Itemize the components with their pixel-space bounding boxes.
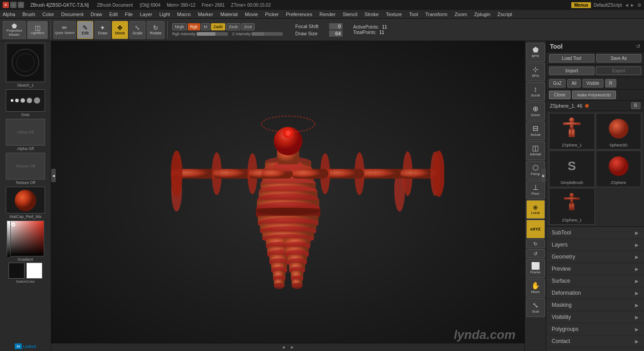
thumb-sphere3d[interactable]: Sphere3D [596, 113, 642, 150]
local-button[interactable]: ⊕ Local [526, 200, 545, 219]
minimize-button[interactable]: − [10, 2, 17, 8]
projection-master-button[interactable]: ⬟ Projection Master [3, 21, 26, 39]
zadd-button[interactable]: Zadd [211, 23, 226, 30]
oxyz-button[interactable]: oXYZ [526, 220, 545, 238]
rotate-ccw-button[interactable]: ↺ [526, 249, 545, 258]
menu-stencil[interactable]: Stencil [342, 12, 358, 17]
hue-strip-left[interactable] [7, 221, 11, 257]
panel-item-visibility[interactable]: Visibility ▶ [546, 311, 644, 323]
panel-item-preview[interactable]: Preview ▶ [546, 263, 644, 275]
canvas-area[interactable]: lynda.com ◄ ► [51, 41, 524, 351]
menu-light[interactable]: Light [158, 12, 171, 17]
menu-layer[interactable]: Layer [139, 12, 153, 17]
scroll-right-arrow[interactable]: ► [290, 345, 295, 350]
panel-item-deformation[interactable]: Deformation ▶ [546, 287, 644, 299]
panel-item-polygroups[interactable]: Polygroups ▶ [546, 323, 644, 335]
menu-texture[interactable]: Texture [385, 12, 403, 17]
quick-sketch-button[interactable]: ✏ Quick Sketch [54, 21, 76, 39]
spix-button[interactable]: ⊹ SPix [526, 63, 545, 81]
panel-item-contact[interactable]: Contact ▶ [546, 335, 644, 347]
panel-item-masking[interactable]: Masking ▶ [546, 299, 644, 311]
menu-zoom[interactable]: Zoom [454, 12, 468, 17]
focal-shift-value[interactable]: 0 [329, 23, 343, 29]
scroll-button[interactable]: ↕ Scroll [526, 82, 545, 101]
thumb-zsphere1[interactable]: ZSphere_1 [549, 113, 595, 150]
actual-button[interactable]: ⊟ Actual [526, 121, 545, 140]
visible-button[interactable]: Visible [582, 79, 603, 88]
black-swatch[interactable] [8, 263, 25, 279]
menu-picker[interactable]: Picker [264, 12, 280, 17]
panel-item-geometry[interactable]: Geometry ▶ [546, 251, 644, 263]
goz-button[interactable]: GoZ [549, 79, 566, 88]
menu-marker[interactable]: Marker [197, 12, 214, 17]
color-gradient[interactable] [7, 221, 44, 256]
right-collapse-arrow[interactable]: ► [541, 169, 546, 182]
dots-preview[interactable] [6, 89, 45, 112]
menu-material[interactable]: Material [219, 12, 239, 17]
menu-document[interactable]: Document [60, 12, 84, 17]
thumb-zsphere[interactable]: ZSphere [596, 150, 642, 187]
white-swatch[interactable] [26, 263, 42, 279]
close-button[interactable]: ✕ [3, 2, 9, 8]
scale-button[interactable]: ⤡ Scale [129, 21, 145, 39]
edit-button[interactable]: ✎ Edit [77, 21, 93, 39]
thumb-zsphere1b[interactable]: ZSphere_1 [549, 188, 595, 225]
frame-button[interactable]: ⬜ Frame [526, 259, 545, 278]
draw-button[interactable]: ✦ Draw [95, 21, 111, 39]
menu-preferences[interactable]: Preferences [285, 12, 313, 17]
menu-file[interactable]: File [124, 12, 134, 17]
panel-item-layers[interactable]: Layers ▶ [546, 239, 644, 251]
move-button[interactable]: ✥ Move [112, 21, 128, 39]
make-polymesh-button[interactable]: Make PolyMesh3D [572, 91, 616, 99]
menu-zscript[interactable]: Zscript [496, 12, 513, 17]
zcut-button[interactable]: Zcut [241, 23, 255, 30]
menu-zplugin[interactable]: Zplugin [473, 12, 491, 17]
menu-alpha[interactable]: Alpha [2, 12, 16, 17]
menu-draw[interactable]: Draw [90, 12, 103, 17]
clone-button[interactable]: Clone [549, 91, 570, 99]
panel-item-morph-target[interactable]: Morph Target ▶ [546, 347, 644, 351]
mrgb-button[interactable]: Mrgb [172, 23, 187, 30]
all-button[interactable]: All [567, 79, 580, 88]
menu-tool[interactable]: Tool [408, 12, 419, 17]
z-intensity-slider[interactable] [252, 32, 283, 36]
menu-render[interactable]: Render [318, 12, 336, 17]
brush-preview[interactable] [6, 43, 45, 82]
menu-transform[interactable]: Transform [424, 12, 448, 17]
rotate-button[interactable]: ↻ Rotate [147, 21, 165, 39]
floor-button[interactable]: ⊥ Floor [526, 180, 545, 199]
m-button[interactable]: M [201, 23, 210, 30]
nav-arrows[interactable]: ◄ ► [624, 3, 635, 8]
maximize-button[interactable]: □ [18, 2, 24, 8]
menu-stroke[interactable]: Stroke [363, 12, 380, 17]
move-view-button[interactable]: ✋ Move [526, 279, 545, 297]
thumb-simplebrush[interactable]: S SimpleBrush [549, 150, 595, 187]
menu-brush[interactable]: Brush [21, 12, 36, 17]
aahalf-button[interactable]: ◫ AAHalf [526, 141, 545, 160]
scale-view-button[interactable]: ⤡ Scal [526, 298, 545, 317]
zsphere-r-button[interactable]: R [631, 102, 640, 109]
export-button[interactable]: Export [596, 67, 641, 75]
linkedin-badge[interactable]: in [15, 343, 21, 349]
alpha-preview[interactable]: Alpha Off [6, 119, 45, 146]
texture-preview[interactable]: Texture Off [6, 153, 45, 180]
menu-macro[interactable]: Macro [176, 12, 192, 17]
refresh-icon[interactable]: ↺ [636, 43, 640, 50]
rgb-button[interactable]: Rgb [188, 23, 201, 30]
import-button[interactable]: Import [549, 67, 594, 75]
menu-color[interactable]: Color [41, 12, 55, 17]
zsub-button[interactable]: Zsub [226, 23, 240, 30]
panel-item-surface[interactable]: Surface ▶ [546, 275, 644, 287]
titlebar-settings[interactable]: ⚙ [637, 3, 641, 8]
panel-item-subtool[interactable]: SubTool ▶ [546, 227, 644, 239]
zoom-button[interactable]: ⊕ Zoom [526, 102, 545, 121]
scroll-left-arrow[interactable]: ◄ [281, 345, 286, 350]
bpr-button[interactable]: ⬟ BPR [526, 43, 545, 62]
load-tool-button[interactable]: Load Tool [549, 54, 594, 63]
matcap-preview[interactable] [6, 187, 45, 213]
window-controls[interactable]: ✕ − □ [3, 2, 24, 8]
draw-size-value[interactable]: 64 [329, 30, 343, 37]
rotate-cw-button[interactable]: ↻ [526, 239, 545, 248]
left-collapse-arrow[interactable]: ◄ [51, 169, 56, 182]
save-as-button[interactable]: Save As [596, 54, 642, 63]
